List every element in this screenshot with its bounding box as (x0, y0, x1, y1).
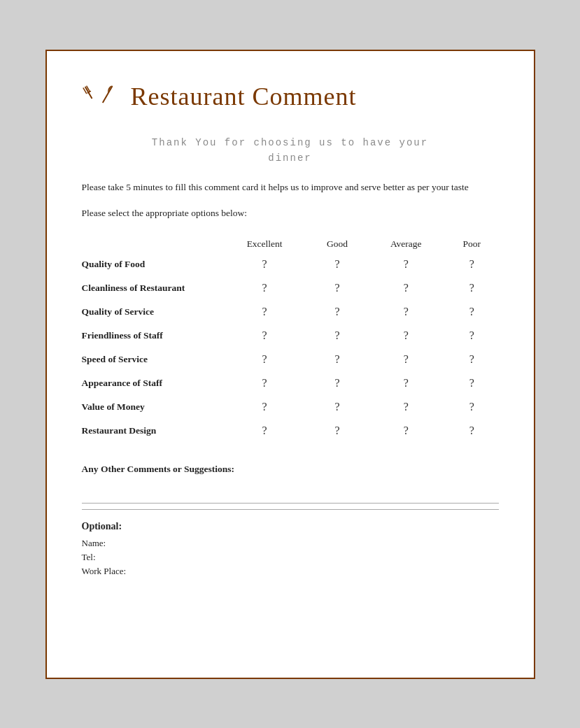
radio-poor[interactable]: ? (445, 419, 498, 443)
radio-average[interactable]: ? (367, 395, 445, 419)
optional-fields: Name:Tel:Work Place: (82, 538, 499, 577)
radio-symbol[interactable]: ? (335, 424, 340, 436)
radio-excellent[interactable]: ? (222, 300, 308, 324)
radio-symbol[interactable]: ? (335, 306, 340, 317)
description-text: Please take 5 minutes to fill this comme… (82, 180, 499, 195)
radio-excellent[interactable]: ? (222, 348, 308, 371)
optional-field-label: Name: (82, 538, 499, 549)
optional-title: Optional: (82, 521, 499, 532)
radio-poor[interactable]: ? (445, 395, 498, 419)
radio-good[interactable]: ? (308, 300, 367, 324)
thank-you-text: Thank You for choosing us to have your d… (82, 135, 499, 166)
radio-excellent[interactable]: ? (222, 395, 308, 419)
page-container: Restaurant Comment Thank You for choosin… (45, 50, 535, 679)
table-row: Restaurant Design???? (82, 419, 499, 443)
radio-excellent[interactable]: ? (222, 371, 308, 395)
radio-good[interactable]: ? (308, 419, 367, 443)
row-label: Cleanliness of Restaurant (82, 276, 222, 300)
radio-good[interactable]: ? (308, 371, 367, 395)
header: Restaurant Comment (82, 79, 499, 114)
radio-symbol[interactable]: ? (469, 353, 474, 365)
radio-good[interactable]: ? (308, 276, 367, 300)
row-label: Quality of Food (82, 252, 222, 276)
col-header-excellent: Excellent (222, 236, 308, 252)
radio-symbol[interactable]: ? (335, 258, 340, 270)
radio-excellent[interactable]: ? (222, 252, 308, 276)
radio-symbol[interactable]: ? (404, 353, 409, 365)
radio-poor[interactable]: ? (445, 348, 498, 371)
radio-symbol[interactable]: ? (469, 306, 474, 317)
radio-good[interactable]: ? (308, 324, 367, 348)
radio-symbol[interactable]: ? (335, 353, 340, 365)
row-label: Restaurant Design (82, 419, 222, 443)
radio-good[interactable]: ? (308, 252, 367, 276)
page-title: Restaurant Comment (131, 82, 357, 111)
radio-symbol[interactable]: ? (335, 377, 340, 389)
col-header-average: Average (367, 236, 445, 252)
svg-rect-4 (101, 85, 113, 103)
radio-symbol[interactable]: ? (262, 401, 267, 413)
radio-symbol[interactable]: ? (335, 401, 340, 413)
optional-section: Optional: Name:Tel:Work Place: (82, 521, 499, 577)
radio-symbol[interactable]: ? (404, 258, 409, 270)
divider-2 (82, 509, 499, 510)
radio-poor[interactable]: ? (445, 300, 498, 324)
radio-symbol[interactable]: ? (262, 306, 267, 317)
restaurant-icon (82, 79, 117, 114)
divider-1 (82, 503, 499, 504)
optional-field-label: Work Place: (82, 566, 499, 577)
radio-symbol[interactable]: ? (262, 329, 267, 341)
radio-symbol[interactable]: ? (262, 377, 267, 389)
table-row: Speed of Service???? (82, 348, 499, 371)
radio-symbol[interactable]: ? (335, 329, 340, 341)
radio-good[interactable]: ? (308, 348, 367, 371)
radio-excellent[interactable]: ? (222, 324, 308, 348)
radio-symbol[interactable]: ? (335, 282, 340, 294)
optional-field-label: Tel: (82, 552, 499, 563)
radio-symbol[interactable]: ? (469, 329, 474, 341)
radio-symbol[interactable]: ? (469, 282, 474, 294)
radio-symbol[interactable]: ? (262, 353, 267, 365)
col-header-good: Good (308, 236, 367, 252)
radio-symbol[interactable]: ? (262, 424, 267, 436)
radio-symbol[interactable]: ? (404, 424, 409, 436)
radio-average[interactable]: ? (367, 371, 445, 395)
radio-poor[interactable]: ? (445, 252, 498, 276)
radio-average[interactable]: ? (367, 324, 445, 348)
row-label: Speed of Service (82, 348, 222, 371)
comments-label: Any Other Comments or Suggestions: (82, 464, 499, 475)
radio-poor[interactable]: ? (445, 371, 498, 395)
radio-symbol[interactable]: ? (469, 401, 474, 413)
radio-symbol[interactable]: ? (404, 282, 409, 294)
rating-table: Excellent Good Average Poor Quality of F… (82, 236, 499, 443)
radio-symbol[interactable]: ? (262, 282, 267, 294)
radio-symbol[interactable]: ? (404, 329, 409, 341)
radio-symbol[interactable]: ? (404, 377, 409, 389)
radio-average[interactable]: ? (367, 348, 445, 371)
radio-excellent[interactable]: ? (222, 276, 308, 300)
row-label: Value of Money (82, 395, 222, 419)
radio-excellent[interactable]: ? (222, 419, 308, 443)
comments-section: Any Other Comments or Suggestions: (82, 464, 499, 510)
table-row: Quality of Food???? (82, 252, 499, 276)
radio-average[interactable]: ? (367, 300, 445, 324)
radio-symbol[interactable]: ? (469, 377, 474, 389)
radio-good[interactable]: ? (308, 395, 367, 419)
radio-symbol[interactable]: ? (469, 424, 474, 436)
radio-symbol[interactable]: ? (404, 401, 409, 413)
radio-poor[interactable]: ? (445, 324, 498, 348)
radio-average[interactable]: ? (367, 276, 445, 300)
row-label: Friendliness of Staff (82, 324, 222, 348)
radio-average[interactable]: ? (367, 419, 445, 443)
radio-symbol[interactable]: ? (469, 258, 474, 270)
table-row: Quality of Service???? (82, 300, 499, 324)
radio-symbol[interactable]: ? (262, 258, 267, 270)
radio-symbol[interactable]: ? (404, 306, 409, 317)
row-label: Quality of Service (82, 300, 222, 324)
table-row: Cleanliness of Restaurant???? (82, 276, 499, 300)
radio-poor[interactable]: ? (445, 276, 498, 300)
radio-average[interactable]: ? (367, 252, 445, 276)
table-row: Appearance of Staff???? (82, 371, 499, 395)
col-header-category (82, 236, 222, 252)
table-row: Value of Money???? (82, 395, 499, 419)
